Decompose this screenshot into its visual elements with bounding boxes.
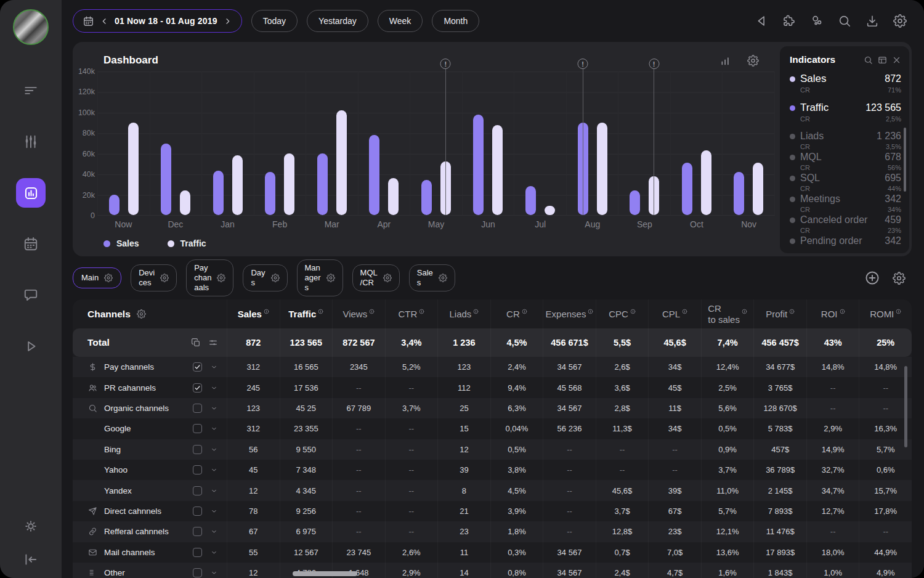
bar-sales-jul[interactable] (525, 186, 536, 215)
chevron-down-icon[interactable] (210, 446, 218, 454)
filter-tab-main[interactable]: Main (73, 267, 121, 288)
bar-traffic-jun[interactable] (492, 125, 503, 215)
bar-traffic-mar[interactable] (336, 110, 347, 215)
annotation-marker[interactable]: ! (578, 59, 588, 69)
row-filter-icon[interactable] (208, 338, 218, 348)
row-checkbox[interactable] (193, 507, 202, 516)
date-range-picker[interactable]: 01 Now 18 - 01 Aug 2019 (73, 9, 242, 33)
vertical-scrollbar[interactable] (904, 366, 907, 447)
filter-tab-mql-cr[interactable]: MQL /CR (352, 264, 400, 291)
column-header-expenses[interactable]: Expenses (543, 299, 596, 328)
indicators-scrollbar[interactable] (904, 128, 906, 192)
row-checkbox[interactable] (193, 486, 202, 495)
chevron-down-icon[interactable] (210, 527, 218, 535)
preset-today-button[interactable]: Today (251, 10, 298, 32)
sidebar-item-chat[interactable] (16, 280, 46, 310)
info-icon[interactable] (588, 309, 593, 314)
download-icon[interactable] (865, 14, 879, 28)
filter-tab-man-ager-s[interactable]: Man ager s (297, 259, 343, 296)
row-checkbox[interactable] (193, 445, 202, 454)
chevron-down-icon[interactable] (210, 507, 218, 515)
indicators-search-icon[interactable] (864, 55, 873, 65)
bar-sales-sep[interactable] (630, 190, 640, 215)
back-icon[interactable] (755, 14, 768, 28)
add-filter-icon[interactable] (864, 270, 880, 286)
column-header-cpl[interactable]: CPL (648, 299, 701, 328)
bar-traffic-dec[interactable] (180, 190, 190, 215)
column-header-channels[interactable]: Channels (73, 299, 227, 328)
row-checkbox[interactable] (193, 548, 202, 557)
info-icon[interactable] (522, 309, 527, 314)
sidebar-item-play[interactable] (16, 332, 46, 361)
chevron-down-icon[interactable] (210, 487, 218, 495)
gear-icon[interactable] (271, 274, 280, 282)
annotation-marker[interactable]: ! (649, 59, 659, 69)
bar-sales-jan[interactable] (213, 171, 224, 215)
info-icon[interactable] (789, 309, 795, 314)
gear-icon[interactable] (439, 274, 447, 282)
bar-sales-now[interactable] (109, 195, 120, 215)
filter-tab-devi-ces[interactable]: Devi ces (131, 264, 177, 291)
chevron-down-icon[interactable] (210, 569, 218, 577)
info-icon[interactable] (473, 309, 479, 314)
chart-type-icon[interactable] (719, 55, 731, 67)
column-header-cr-to-sales[interactable]: CR to sales (701, 299, 754, 328)
column-header-cr[interactable]: CR (490, 299, 543, 328)
chevron-down-icon[interactable] (210, 384, 218, 392)
indicator-traffic[interactable]: Traffic123 565 (790, 102, 901, 114)
filter-tab-sale-s[interactable]: Sale s (409, 264, 455, 291)
info-icon[interactable] (682, 309, 687, 314)
gear-icon[interactable] (160, 274, 169, 282)
row-checkbox[interactable] (193, 465, 202, 474)
horizontal-scrollbar[interactable] (293, 571, 357, 576)
row-checkbox[interactable] (193, 404, 202, 413)
avatar[interactable] (13, 9, 49, 45)
bar-traffic-feb[interactable] (284, 153, 294, 215)
indicator-sales[interactable]: Sales872 (790, 73, 901, 85)
indicators-table-icon[interactable] (878, 55, 887, 65)
gear-icon[interactable] (104, 274, 113, 282)
legend-traffic[interactable]: Traffic (168, 238, 206, 248)
search-icon[interactable] (838, 14, 851, 28)
column-header-traffic[interactable]: Traffic (280, 299, 333, 328)
bar-traffic-oct[interactable] (701, 150, 711, 215)
filter-tab-pay-chan-aals[interactable]: Pay chan aals (186, 259, 233, 296)
indicator-canceled-order[interactable]: Canceled order459 (790, 214, 901, 226)
bar-traffic-now[interactable] (128, 123, 139, 215)
indicators-close-icon[interactable] (892, 55, 901, 65)
sidebar-item-analytics[interactable] (16, 178, 46, 208)
bar-sales-feb[interactable] (265, 172, 275, 215)
sidebar-item-filters[interactable] (16, 127, 46, 157)
chevron-down-icon[interactable] (210, 548, 218, 556)
row-checkbox[interactable] (193, 383, 202, 393)
sidebar-item-collapse[interactable] (16, 545, 46, 574)
indicator-liads[interactable]: Liads1 236 (790, 131, 901, 142)
copy-icon[interactable] (191, 338, 201, 348)
chevron-down-icon[interactable] (210, 466, 218, 474)
bar-sales-may[interactable] (421, 180, 432, 215)
bar-sales-jun[interactable] (473, 115, 484, 215)
filters-settings-gear-icon[interactable] (893, 272, 906, 285)
chevron-down-icon[interactable] (210, 425, 218, 433)
bar-traffic-nov[interactable] (753, 163, 763, 215)
chevron-down-icon[interactable] (210, 363, 218, 371)
sidebar-item-calendar[interactable] (16, 229, 46, 259)
bar-sales-nov[interactable] (734, 172, 744, 215)
column-header-profit[interactable]: Profit (753, 299, 806, 328)
annotation-marker[interactable]: ! (440, 59, 451, 69)
row-checkbox[interactable] (193, 568, 202, 577)
preset-yestarday-button[interactable]: Yestarday (307, 10, 368, 32)
preset-month-button[interactable]: Month (432, 10, 479, 32)
info-icon[interactable] (369, 309, 375, 314)
indicator-meetings[interactable]: Meetings342 (790, 193, 901, 205)
legend-sales[interactable]: Sales (103, 238, 139, 248)
column-header-views[interactable]: Views (332, 299, 385, 328)
row-checkbox[interactable] (193, 424, 202, 433)
sidebar-item-brightness[interactable] (16, 511, 46, 541)
sidebar-item-menu[interactable] (16, 76, 46, 105)
prev-range-chevron-icon[interactable] (100, 17, 109, 26)
bar-sales-mar[interactable] (317, 153, 328, 215)
column-header-liads[interactable]: Liads (437, 299, 490, 328)
indicator-mql[interactable]: MQL678 (790, 152, 901, 163)
bar-sales-dec[interactable] (161, 144, 171, 216)
